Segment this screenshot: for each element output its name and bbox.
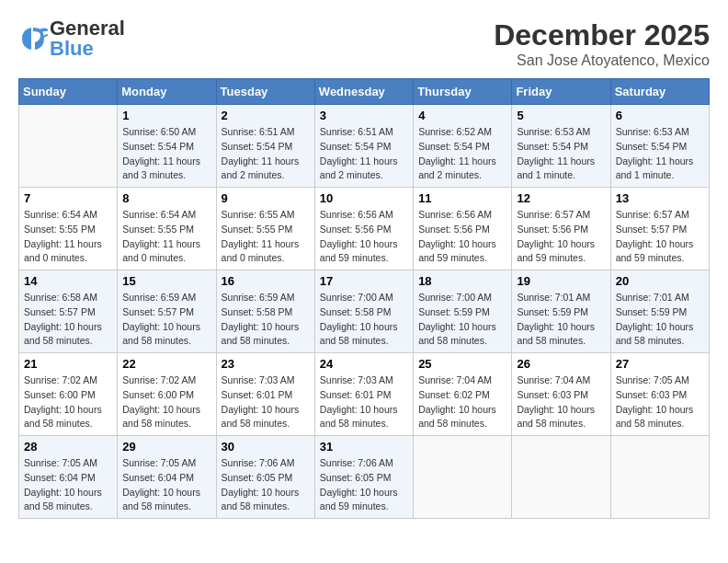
month-title: December 2025: [494, 18, 710, 52]
day-info: Sunrise: 7:05 AMSunset: 6:04 PMDaylight:…: [24, 456, 112, 514]
day-number: 2: [222, 109, 310, 122]
day-number: 25: [418, 357, 506, 371]
day-number: 14: [24, 274, 112, 288]
calendar-cell: 26Sunrise: 7:04 AMSunset: 6:03 PMDayligh…: [512, 353, 610, 436]
calendar-cell: [19, 105, 118, 188]
day-info: Sunrise: 6:59 AMSunset: 5:57 PMDaylight:…: [122, 291, 210, 349]
calendar-cell: 16Sunrise: 6:59 AMSunset: 5:58 PMDayligh…: [216, 270, 314, 353]
weekday-header-wednesday: Wednesday: [314, 79, 413, 105]
day-info: Sunrise: 7:04 AMSunset: 6:02 PMDaylight:…: [418, 373, 506, 431]
day-info: Sunrise: 7:06 AMSunset: 6:05 PMDaylight:…: [320, 456, 408, 514]
day-number: 23: [222, 357, 310, 371]
calendar-cell: 15Sunrise: 6:59 AMSunset: 5:57 PMDayligh…: [118, 270, 216, 353]
day-info: Sunrise: 6:52 AMSunset: 5:54 PMDaylight:…: [418, 125, 506, 183]
calendar-cell: 21Sunrise: 7:02 AMSunset: 6:00 PMDayligh…: [19, 353, 118, 436]
logo-icon: [18, 24, 48, 53]
calendar-cell: 24Sunrise: 7:03 AMSunset: 6:01 PMDayligh…: [314, 353, 413, 436]
location-title: San Jose Atoyatenco, Mexico: [494, 52, 710, 69]
weekday-header-thursday: Thursday: [414, 79, 512, 105]
logo-text: General Blue: [50, 17, 125, 60]
calendar-cell: [610, 436, 709, 519]
day-number: 16: [222, 274, 310, 288]
calendar-cell: 20Sunrise: 7:01 AMSunset: 5:59 PMDayligh…: [610, 270, 709, 353]
weekday-header-friday: Friday: [512, 79, 610, 105]
day-number: 6: [616, 109, 704, 122]
calendar-cell: 28Sunrise: 7:05 AMSunset: 6:04 PMDayligh…: [19, 436, 118, 519]
day-info: Sunrise: 6:54 AMSunset: 5:55 PMDaylight:…: [24, 208, 112, 266]
calendar-table: SundayMondayTuesdayWednesdayThursdayFrid…: [18, 78, 710, 519]
calendar-cell: 31Sunrise: 7:06 AMSunset: 6:05 PMDayligh…: [314, 436, 413, 519]
day-info: Sunrise: 6:51 AMSunset: 5:54 PMDaylight:…: [320, 125, 408, 183]
day-info: Sunrise: 7:02 AMSunset: 6:00 PMDaylight:…: [24, 373, 112, 431]
day-info: Sunrise: 7:01 AMSunset: 5:59 PMDaylight:…: [616, 291, 704, 349]
week-row-5: 28Sunrise: 7:05 AMSunset: 6:04 PMDayligh…: [19, 436, 710, 519]
calendar-cell: 3Sunrise: 6:51 AMSunset: 5:54 PMDaylight…: [314, 105, 413, 188]
day-number: 1: [122, 109, 210, 122]
day-number: 4: [418, 109, 506, 122]
calendar-cell: 23Sunrise: 7:03 AMSunset: 6:01 PMDayligh…: [216, 353, 314, 436]
day-number: 19: [517, 274, 605, 288]
week-row-1: 1Sunrise: 6:50 AMSunset: 5:54 PMDaylight…: [19, 105, 710, 188]
day-number: 27: [616, 357, 704, 371]
day-number: 29: [122, 440, 210, 454]
calendar-cell: 1Sunrise: 6:50 AMSunset: 5:54 PMDaylight…: [118, 105, 216, 188]
day-info: Sunrise: 7:05 AMSunset: 6:03 PMDaylight:…: [616, 373, 704, 431]
calendar-cell: 2Sunrise: 6:51 AMSunset: 5:54 PMDaylight…: [216, 105, 314, 188]
week-row-4: 21Sunrise: 7:02 AMSunset: 6:00 PMDayligh…: [19, 353, 710, 436]
calendar-cell: 27Sunrise: 7:05 AMSunset: 6:03 PMDayligh…: [610, 353, 709, 436]
day-info: Sunrise: 6:54 AMSunset: 5:55 PMDaylight:…: [122, 208, 210, 266]
calendar-cell: 13Sunrise: 6:57 AMSunset: 5:57 PMDayligh…: [610, 188, 709, 270]
weekday-header-monday: Monday: [118, 79, 216, 105]
day-info: Sunrise: 7:03 AMSunset: 6:01 PMDaylight:…: [222, 373, 310, 431]
weekday-header-tuesday: Tuesday: [216, 79, 314, 105]
calendar-cell: 29Sunrise: 7:05 AMSunset: 6:04 PMDayligh…: [118, 436, 216, 519]
day-info: Sunrise: 7:06 AMSunset: 6:05 PMDaylight:…: [222, 456, 310, 514]
day-number: 28: [24, 440, 112, 454]
calendar-cell: 5Sunrise: 6:53 AMSunset: 5:54 PMDaylight…: [512, 105, 610, 188]
calendar-cell: 10Sunrise: 6:56 AMSunset: 5:56 PMDayligh…: [314, 188, 413, 270]
day-number: 18: [418, 274, 506, 288]
day-info: Sunrise: 7:00 AMSunset: 5:58 PMDaylight:…: [320, 291, 408, 349]
day-number: 13: [616, 191, 704, 205]
calendar-cell: [512, 436, 610, 519]
day-info: Sunrise: 6:53 AMSunset: 5:54 PMDaylight:…: [616, 125, 704, 183]
day-info: Sunrise: 6:55 AMSunset: 5:55 PMDaylight:…: [222, 208, 310, 266]
calendar-cell: 14Sunrise: 6:58 AMSunset: 5:57 PMDayligh…: [19, 270, 118, 353]
calendar-cell: 6Sunrise: 6:53 AMSunset: 5:54 PMDaylight…: [610, 105, 709, 188]
calendar-cell: [414, 436, 512, 519]
day-number: 22: [122, 357, 210, 371]
day-info: Sunrise: 7:03 AMSunset: 6:01 PMDaylight:…: [320, 373, 408, 431]
day-info: Sunrise: 6:51 AMSunset: 5:54 PMDaylight:…: [222, 125, 310, 183]
calendar-cell: 12Sunrise: 6:57 AMSunset: 5:56 PMDayligh…: [512, 188, 610, 270]
day-info: Sunrise: 7:01 AMSunset: 5:59 PMDaylight:…: [517, 291, 605, 349]
calendar-cell: 18Sunrise: 7:00 AMSunset: 5:59 PMDayligh…: [414, 270, 512, 353]
calendar-cell: 11Sunrise: 6:56 AMSunset: 5:56 PMDayligh…: [414, 188, 512, 270]
weekday-header-row: SundayMondayTuesdayWednesdayThursdayFrid…: [19, 79, 710, 105]
calendar-cell: 9Sunrise: 6:55 AMSunset: 5:55 PMDaylight…: [216, 188, 314, 270]
calendar-cell: 4Sunrise: 6:52 AMSunset: 5:54 PMDaylight…: [414, 105, 512, 188]
calendar-cell: 8Sunrise: 6:54 AMSunset: 5:55 PMDaylight…: [118, 188, 216, 270]
day-number: 21: [24, 357, 112, 371]
weekday-header-sunday: Sunday: [19, 79, 118, 105]
day-info: Sunrise: 6:50 AMSunset: 5:54 PMDaylight:…: [122, 125, 210, 183]
page-header: General Blue December 2025 San Jose Atoy…: [18, 18, 710, 69]
day-info: Sunrise: 7:02 AMSunset: 6:00 PMDaylight:…: [122, 373, 210, 431]
calendar-cell: 25Sunrise: 7:04 AMSunset: 6:02 PMDayligh…: [414, 353, 512, 436]
day-number: 12: [517, 191, 605, 205]
calendar-cell: 7Sunrise: 6:54 AMSunset: 5:55 PMDaylight…: [19, 188, 118, 270]
day-info: Sunrise: 7:05 AMSunset: 6:04 PMDaylight:…: [122, 456, 210, 514]
day-info: Sunrise: 6:57 AMSunset: 5:56 PMDaylight:…: [517, 208, 605, 266]
day-info: Sunrise: 6:58 AMSunset: 5:57 PMDaylight:…: [24, 291, 112, 349]
day-number: 31: [320, 440, 408, 454]
day-info: Sunrise: 6:53 AMSunset: 5:54 PMDaylight:…: [517, 125, 605, 183]
calendar-cell: 19Sunrise: 7:01 AMSunset: 5:59 PMDayligh…: [512, 270, 610, 353]
day-number: 9: [222, 191, 310, 205]
day-number: 15: [122, 274, 210, 288]
weekday-header-saturday: Saturday: [610, 79, 709, 105]
day-info: Sunrise: 7:00 AMSunset: 5:59 PMDaylight:…: [418, 291, 506, 349]
calendar-cell: 17Sunrise: 7:00 AMSunset: 5:58 PMDayligh…: [314, 270, 413, 353]
day-number: 11: [418, 191, 506, 205]
day-number: 26: [517, 357, 605, 371]
day-number: 10: [320, 191, 408, 205]
day-info: Sunrise: 6:56 AMSunset: 5:56 PMDaylight:…: [418, 208, 506, 266]
